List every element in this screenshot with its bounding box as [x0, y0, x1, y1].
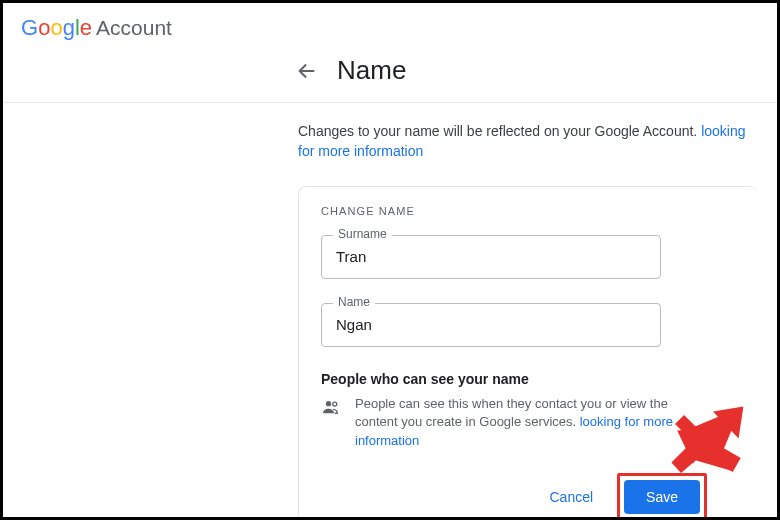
page-title: Name [337, 55, 406, 86]
account-word: Account [96, 16, 172, 39]
save-button[interactable]: Save [624, 480, 700, 514]
main-content: Changes to your name will be reflected o… [3, 103, 777, 520]
cancel-button[interactable]: Cancel [545, 481, 597, 513]
surname-input[interactable] [321, 235, 661, 279]
visibility-text: People can see this when they contact yo… [355, 395, 675, 452]
svg-point-2 [333, 402, 337, 406]
back-arrow-icon[interactable] [295, 59, 319, 83]
svg-point-1 [326, 401, 331, 406]
visibility-title: People who can see your name [321, 371, 735, 387]
surname-label: Surname [333, 227, 392, 241]
visibility-row: People can see this when they contact yo… [321, 395, 735, 452]
google-logo: GoogleAccount [21, 15, 172, 41]
app-header: GoogleAccount [3, 3, 777, 51]
actions-row: Cancel Save [321, 473, 735, 520]
name-label: Name [333, 295, 375, 309]
page-description: Changes to your name will be reflected o… [298, 121, 757, 162]
change-name-card: CHANGE NAME Surname Name People who can … [298, 186, 757, 520]
name-field-wrapper: Name [321, 303, 735, 347]
save-highlight-box: Save [617, 473, 707, 520]
surname-field-wrapper: Surname [321, 235, 735, 279]
card-title: CHANGE NAME [321, 205, 735, 217]
name-input[interactable] [321, 303, 661, 347]
people-icon [321, 397, 341, 421]
description-text: Changes to your name will be reflected o… [298, 123, 701, 139]
page-title-row: Name [3, 51, 777, 102]
